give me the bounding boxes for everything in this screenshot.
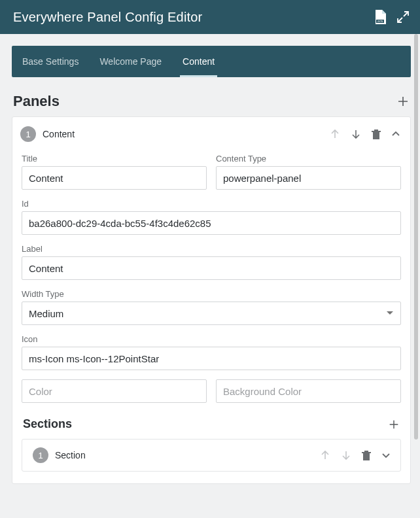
vertical-scrollbar[interactable]: [412, 34, 420, 518]
chevron-down-icon: [386, 308, 394, 319]
id-label: Id: [22, 199, 401, 209]
icon-label: Icon: [22, 334, 401, 344]
background-color-field: [216, 379, 401, 403]
content-type-input[interactable]: [216, 166, 401, 190]
move-down-button[interactable]: [340, 449, 352, 461]
collapse-button[interactable]: [391, 129, 401, 139]
app-title: Everywhere Panel Config Editor: [13, 10, 202, 25]
id-field: Id: [22, 199, 401, 235]
label-field: Label: [22, 244, 401, 280]
panels-header: Panels: [13, 93, 410, 110]
delete-button[interactable]: [371, 128, 381, 140]
topbar-actions: JSON: [374, 10, 410, 24]
label-input[interactable]: [22, 256, 401, 280]
section-card: 1 Section: [22, 439, 401, 472]
panel-name: Content: [43, 129, 329, 139]
id-input[interactable]: [22, 211, 401, 235]
content-area: Base Settings Welcome Page Content Panel…: [0, 34, 420, 518]
move-up-button[interactable]: [319, 449, 331, 461]
content-type-field: Content Type: [216, 154, 401, 190]
top-bar: Everywhere Panel Config Editor JSON: [0, 0, 420, 34]
tab-welcome-page[interactable]: Welcome Page: [89, 46, 172, 77]
color-input[interactable]: [22, 379, 207, 403]
move-down-button[interactable]: [350, 128, 362, 140]
delete-button[interactable]: [361, 449, 372, 461]
add-section-button[interactable]: [388, 419, 400, 430]
tab-label: Base Settings: [22, 56, 79, 67]
tab-content[interactable]: Content: [172, 46, 225, 77]
tab-label: Content: [183, 56, 215, 67]
panel-actions: [329, 128, 401, 140]
color-field: [22, 379, 207, 403]
width-type-field: Width Type Medium: [22, 289, 401, 325]
panel-index-badge: 1: [20, 126, 36, 142]
scrollbar-thumb[interactable]: [414, 34, 418, 440]
svg-text:JSON: JSON: [377, 20, 383, 23]
panels-heading: Panels: [13, 93, 60, 110]
expand-icon[interactable]: [396, 10, 410, 24]
expand-button[interactable]: [381, 450, 391, 460]
section-actions: [319, 449, 391, 461]
width-type-label: Width Type: [22, 289, 401, 299]
main-column: Base Settings Welcome Page Content Panel…: [0, 34, 420, 518]
sections-header: Sections: [23, 417, 400, 431]
title-label: Title: [22, 154, 207, 164]
tab-label: Welcome Page: [99, 56, 162, 67]
title-field: Title: [22, 154, 207, 190]
width-type-value: Medium: [29, 308, 63, 319]
icon-input[interactable]: [22, 347, 401, 370]
width-type-select[interactable]: Medium: [22, 302, 401, 325]
add-panel-button[interactable]: [396, 95, 410, 108]
icon-field: Icon: [22, 334, 401, 370]
panel-body: Title Content Type Id: [12, 151, 410, 483]
panel-card: 1 Content: [12, 116, 411, 484]
move-up-button[interactable]: [329, 128, 341, 140]
background-color-input[interactable]: [216, 379, 401, 403]
section-name: Section: [55, 450, 319, 460]
sections-heading: Sections: [23, 417, 72, 431]
json-file-icon[interactable]: JSON: [374, 10, 386, 24]
tab-base-settings[interactable]: Base Settings: [12, 46, 89, 77]
tab-bar: Base Settings Welcome Page Content: [12, 46, 411, 77]
title-input[interactable]: [22, 166, 207, 190]
section-index-badge: 1: [33, 447, 48, 463]
label-label: Label: [22, 244, 401, 254]
content-type-label: Content Type: [216, 154, 401, 164]
panel-card-header: 1 Content: [12, 117, 410, 151]
